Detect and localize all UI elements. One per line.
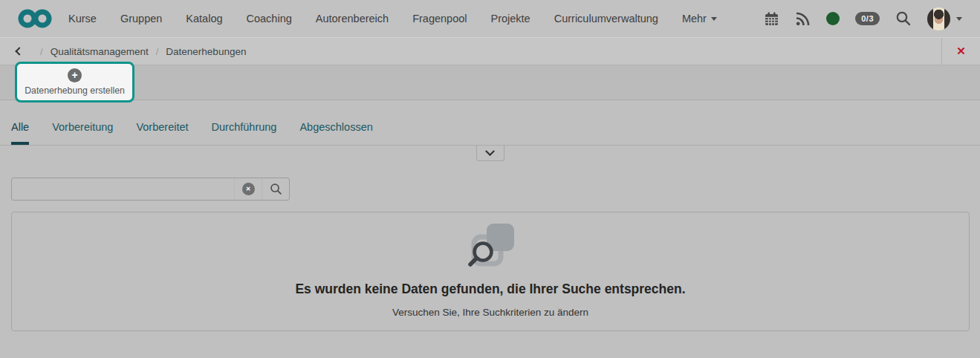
nav-item-mehr[interactable]: Mehr [682, 13, 717, 25]
top-navbar: Kurse Gruppen Katalog Coaching Autorenbe… [0, 0, 980, 38]
clear-search-button[interactable]: ✕ [234, 178, 262, 200]
nav-item-projekte[interactable]: Projekte [490, 13, 530, 25]
calendar-icon[interactable] [764, 11, 779, 27]
nav-item-mehr-label: Mehr [682, 13, 707, 25]
rss-feed-icon[interactable] [795, 11, 811, 27]
filter-collapse-toggle[interactable] [476, 146, 504, 161]
search-icon [270, 183, 282, 195]
no-results-search-icon [465, 222, 516, 268]
chevron-down-icon [711, 17, 717, 21]
nav-item-coaching[interactable]: Coaching [247, 13, 292, 25]
breadcrumb-item-qualitaetsmanagement[interactable]: Qualitätsmanagement [51, 46, 149, 57]
session-count-badge[interactable]: 0/3 [855, 12, 880, 25]
clear-icon: ✕ [242, 183, 255, 195]
back-chevron-icon[interactable] [15, 47, 23, 55]
empty-state-subtitle: Versuchen Sie, Ihre Suchkriterien zu änd… [12, 307, 969, 318]
online-status-icon[interactable] [826, 12, 840, 25]
chevron-down-icon [956, 17, 962, 21]
create-button-label: Datenerhebung erstellen [25, 85, 125, 96]
navbar-right-tools: 0/3 [764, 7, 962, 30]
search-box: ✕ [11, 178, 290, 201]
breadcrumb-item-datenerhebungen[interactable]: Datenerhebungen [166, 46, 246, 57]
create-datenerhebung-button[interactable]: + Datenerhebung erstellen [15, 62, 134, 102]
search-input[interactable] [12, 178, 234, 200]
nav-item-autorenbereich[interactable]: Autorenbereich [316, 13, 389, 25]
search-row: ✕ [11, 178, 980, 201]
toolbar-band: + Datenerhebung erstellen [0, 65, 980, 100]
tab-vorbereitung[interactable]: Vorbereitung [52, 121, 113, 145]
nav-item-kurse[interactable]: Kurse [68, 13, 97, 25]
tab-durchfuehrung[interactable]: Durchführung [212, 121, 277, 145]
tab-abgeschlossen[interactable]: Abgeschlossen [299, 121, 372, 145]
openolat-logo-icon[interactable] [18, 9, 52, 28]
nav-item-gruppen[interactable]: Gruppen [120, 13, 162, 25]
breadcrumb-separator: / [40, 46, 43, 57]
breadcrumb-separator: / [156, 46, 159, 57]
tab-alle[interactable]: Alle [11, 121, 29, 145]
avatar [927, 7, 950, 30]
results-empty-state-panel: Es wurden keine Daten gefunden, die Ihre… [11, 212, 970, 331]
close-tab-button[interactable]: ✕ [941, 38, 980, 65]
tab-vorbereitet[interactable]: Vorbereitet [136, 121, 188, 145]
nav-item-fragenpool[interactable]: Fragenpool [412, 13, 467, 25]
search-icon[interactable] [895, 10, 912, 27]
chevron-down-icon [485, 146, 495, 156]
user-menu[interactable] [927, 7, 962, 30]
nav-item-katalog[interactable]: Katalog [186, 13, 222, 25]
infinity-icon [18, 9, 52, 28]
close-icon: ✕ [956, 45, 966, 58]
empty-state-title: Es wurden keine Daten gefunden, die Ihre… [12, 281, 969, 297]
main-navigation: Kurse Gruppen Katalog Coaching Autorenbe… [68, 13, 717, 25]
breadcrumb: / Qualitätsmanagement / Datenerhebungen … [0, 38, 980, 65]
plus-icon: + [68, 68, 82, 82]
submit-search-button[interactable] [262, 178, 289, 200]
nav-item-curriculumverwaltung[interactable]: Curriculumverwaltung [554, 13, 658, 25]
status-filter-tabs: Alle Vorbereitung Vorbereitet Durchführu… [0, 121, 980, 146]
